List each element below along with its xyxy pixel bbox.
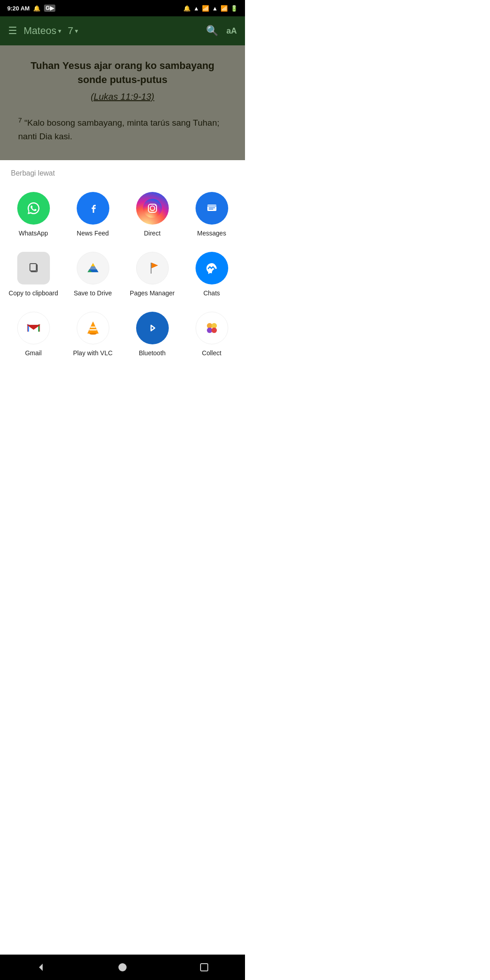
chats-label: Chats [203,289,220,297]
bible-reference: (Lukas 11:9-13) [18,92,227,102]
pages-label: Pages Manager [130,289,175,297]
messages-label: Messages [197,229,226,237]
translate-icon: G▶ [44,5,55,12]
messages-icon [196,192,228,225]
drive-label: Save to Drive [74,289,112,297]
battery-icon: 🔋 [230,5,238,12]
signal-icon: ▲ [212,5,218,12]
signal-bars-icon: 📶 [220,5,228,12]
share-item-messages[interactable]: Messages [182,185,241,245]
share-item-drive[interactable]: Save to Drive [63,245,122,304]
drive-icon [77,252,109,284]
share-sheet: Berbagi lewat WhatsApp News Feed [0,160,245,372]
svg-point-35 [211,328,217,333]
share-item-bluetooth[interactable]: Bluetooth [122,304,182,364]
copy-icon [17,252,50,284]
vlc-icon [77,312,109,344]
svg-point-30 [143,318,162,338]
status-right: 🔔 ▲ 📶 ▲ 📶 🔋 [183,5,238,12]
gmail-icon [17,312,50,344]
share-item-pages[interactable]: Pages Manager [122,245,182,304]
share-item-chats[interactable]: Chats [182,245,241,304]
app-bar-icons: 🔍 aA [206,25,237,37]
font-size-button[interactable]: aA [226,26,237,36]
svg-point-5 [155,205,156,206]
alarm-icon: 🔔 [33,5,40,12]
svg-rect-17 [151,263,152,274]
share-item-vlc[interactable]: Play with VLC [63,304,122,364]
chapter-selector[interactable]: 7 ▾ [68,25,78,37]
direct-label: Direct [144,229,161,237]
svg-point-0 [24,199,43,218]
share-label: Berbagi lewat [0,169,245,185]
book-dropdown-arrow: ▾ [58,27,61,34]
bible-heading: Tuhan Yesus ajar orang ko sambayang sond… [18,59,227,87]
vlc-label: Play with VLC [73,349,113,357]
share-item-copy[interactable]: Copy to clipboard [4,245,63,304]
collect-icon [196,312,228,344]
verse-text: “Kalo bosong sambayang, minta tarús sang… [18,118,220,141]
svg-rect-16 [142,258,162,278]
newsfeed-label: News Feed [77,229,109,237]
instagram-icon [136,192,169,225]
book-selector[interactable]: Mateos ▾ [24,25,61,37]
svg-point-31 [202,318,222,338]
facebook-icon [77,192,109,225]
share-item-gmail[interactable]: Gmail [4,304,63,364]
chapter-number: 7 [68,25,73,37]
wifi-icon-2: 📶 [202,5,209,12]
search-button[interactable]: 🔍 [206,25,218,37]
status-bar: 9:20 AM 🔔 G▶ 🔔 ▲ 📶 ▲ 📶 🔋 [0,0,245,16]
status-left: 9:20 AM 🔔 G▶ [7,5,55,12]
chats-icon [196,252,228,284]
alarm-icon-right: 🔔 [183,5,191,12]
svg-point-2 [143,199,162,218]
chapter-dropdown-arrow: ▾ [75,27,78,34]
app-bar: ☰ Mateos ▾ 7 ▾ 🔍 aA [0,16,245,45]
svg-point-29 [89,333,97,335]
pages-icon [136,252,169,284]
verse-number: 7 [18,116,22,124]
bible-content: Tuhan Yesus ajar orang ko sambayang sond… [0,45,245,160]
collect-label: Collect [202,349,221,357]
whatsapp-icon [17,192,50,225]
time-display: 9:20 AM [7,5,29,12]
bluetooth-icon [136,312,169,344]
bluetooth-label: Bluetooth [139,349,166,357]
share-item-direct[interactable]: Direct [122,185,182,245]
svg-rect-13 [30,264,36,271]
copy-label: Copy to clipboard [9,289,58,297]
share-item-collect[interactable]: Collect [182,304,241,364]
whatsapp-label: WhatsApp [19,229,48,237]
wifi-icon: ▲ [193,5,199,12]
share-item-newsfeed[interactable]: News Feed [63,185,122,245]
share-item-whatsapp[interactable]: WhatsApp [4,185,63,245]
gmail-label: Gmail [25,349,42,357]
book-title: Mateos [24,25,56,37]
share-grid: WhatsApp News Feed [0,185,245,372]
bible-verse: 7 “Kalo bosong sambayang, minta tarús sa… [18,115,227,144]
menu-button[interactable]: ☰ [8,25,17,37]
